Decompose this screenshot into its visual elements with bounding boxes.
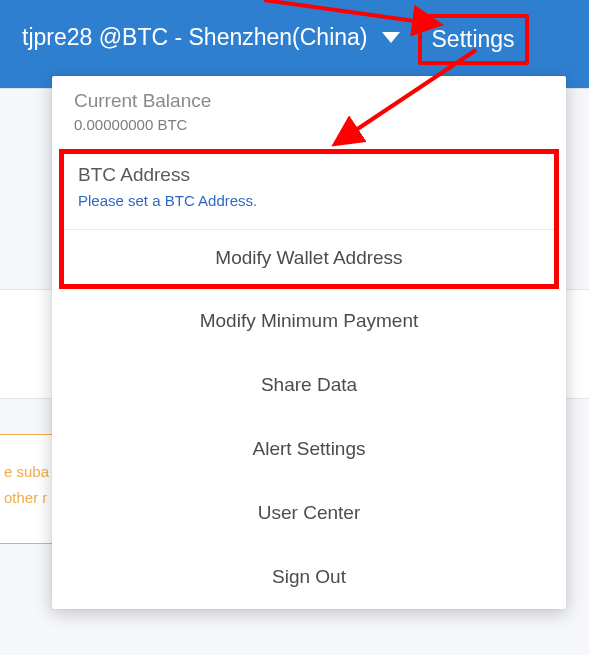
share-data-item[interactable]: Share Data	[52, 353, 566, 417]
btc-address-label: BTC Address	[78, 164, 540, 186]
svg-marker-0	[382, 32, 400, 43]
alert-settings-item[interactable]: Alert Settings	[52, 417, 566, 481]
btc-address-section[interactable]: BTC Address Please set a BTC Address.	[64, 154, 554, 229]
user-center-item[interactable]: User Center	[52, 481, 566, 545]
balance-section: Current Balance 0.00000000 BTC	[52, 76, 566, 147]
account-dropdown[interactable]: tjpre28 @BTC - Shenzhen(China)	[16, 18, 406, 57]
settings-dropdown-panel: Current Balance 0.00000000 BTC BTC Addre…	[52, 76, 566, 609]
modify-wallet-address-item[interactable]: Modify Wallet Address	[64, 230, 554, 284]
account-label: tjpre28 @BTC - Shenzhen(China)	[22, 24, 368, 51]
btc-address-highlight-block: BTC Address Please set a BTC Address. Mo…	[59, 149, 559, 289]
menu-list: Modify Minimum Payment Share Data Alert …	[52, 289, 566, 609]
btc-address-message: Please set a BTC Address.	[78, 192, 540, 209]
sign-out-item[interactable]: Sign Out	[52, 545, 566, 609]
balance-label: Current Balance	[74, 90, 544, 112]
settings-button[interactable]: Settings	[418, 14, 529, 65]
balance-value: 0.00000000 BTC	[74, 116, 544, 133]
settings-label: Settings	[432, 26, 515, 52]
top-header: tjpre28 @BTC - Shenzhen(China) Settings	[0, 0, 589, 88]
modify-minimum-payment-item[interactable]: Modify Minimum Payment	[52, 289, 566, 353]
chevron-down-icon	[382, 32, 400, 44]
